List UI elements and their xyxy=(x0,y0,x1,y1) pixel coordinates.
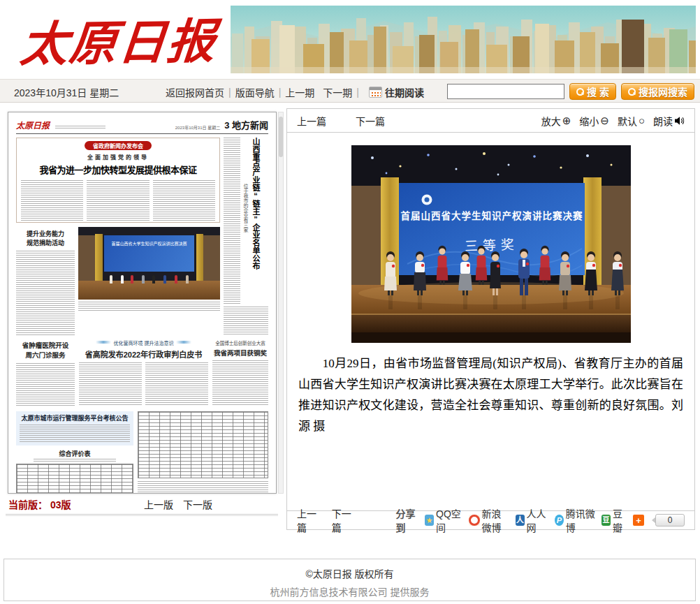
share-count[interactable]: 0 xyxy=(652,514,685,526)
article-caption-text: 10月29日，由省市场监督管理局(知识产权局)、省教育厅主办的首届山西省大学生知… xyxy=(298,353,683,437)
weibo-icon xyxy=(469,515,480,526)
mini-page-title: 3 地方新闻 xyxy=(224,118,268,131)
mini-side-headline: 山西重点产业链“链主”企业名单公布 xyxy=(250,138,261,304)
mini-masthead-date: 2023年10月31日 星期二 xyxy=(175,124,220,131)
zoom-out-control[interactable]: 缩小⊖ xyxy=(579,114,609,128)
top-navbar: 2023年10月31日 星期二 返回报网首页| 版面导航| 上一期 下一期| 往… xyxy=(0,79,700,103)
skyline-image xyxy=(231,6,696,73)
footer: ©太原日报 版权所有 杭州前方信息技术有限公司 提供服务 xyxy=(3,559,696,601)
current-page-label: 当前版： 03版 xyxy=(8,499,71,510)
mini-notice-article: 太原市城市运行管理服务平台考核公告 综合评价表 xyxy=(16,411,133,494)
nav-archive-link[interactable]: 往期阅读 xyxy=(385,85,424,99)
mini-lead-kicker: 全面加强党的领导 xyxy=(21,153,215,161)
service-provider-line: 杭州前方信息技术有限公司 提供服务 xyxy=(4,584,695,598)
mini-table-title: 综合评价表 xyxy=(16,449,133,458)
zoom-reset-control[interactable]: 默认○ xyxy=(618,114,645,128)
magnifier-icon xyxy=(576,88,584,96)
photo-screen-title: 首届山西省大学生知识产权演讲比赛决赛 xyxy=(400,210,583,221)
read-aloud-control[interactable]: 朗读 xyxy=(653,114,685,128)
page-pager: 当前版： 03版 上一版 下一版 xyxy=(8,497,277,511)
newspaper-page-thumbnail[interactable]: 太原日报 2023年10月31日 星期二 3 地方新闻 省政府新闻办发布会 全面… xyxy=(8,112,277,494)
divider xyxy=(6,514,278,516)
masthead-logo[interactable]: 太原日报 xyxy=(8,1,229,75)
article-viewer-panel: 上一篇 下一篇 放大⊕ 缩小⊖ 默认○ 朗读 xyxy=(286,108,695,530)
nav-layout-link[interactable]: 版面导航 xyxy=(235,85,275,99)
share-tweibo[interactable]: P腾讯微博 xyxy=(555,506,597,534)
mini-masthead-logo: 太原日报 xyxy=(16,119,50,131)
mini-article-4: 全国博士后创新创业大赛 我省两项目获铜奖 xyxy=(212,339,268,406)
nav-next-issue-link[interactable]: 下一期 xyxy=(323,85,352,99)
mini-stage-photo: 首届山西省大学生知识产权演讲比赛决赛 xyxy=(78,227,220,300)
page: 太原日报 xyxy=(0,0,700,604)
share-more[interactable]: + xyxy=(633,515,644,526)
speaker-icon xyxy=(674,116,685,126)
share-qzone[interactable]: ★QQ空间 xyxy=(425,506,463,534)
zoom-out-icon: ⊖ xyxy=(600,115,609,126)
thumbnail-scrollbar[interactable] xyxy=(278,112,284,494)
search-area: 搜 索 搜报网搜索 xyxy=(447,83,694,100)
share-toolbar: 上一篇 下一篇 分享到 ★QQ空间 新浪微博 人人人网 P腾讯微博 豆豆瓣 + … xyxy=(287,510,694,529)
mini-photo-caption xyxy=(78,302,220,311)
mini-article-3: 优化营商环境 提升法治意识 省高院发布2022年行政审判白皮书 xyxy=(79,339,208,406)
mini-lead-article: 省政府新闻办发布会 全面加强党的领导 我省为进一步加快转型发展提供根本保证 xyxy=(16,138,220,223)
mini-editors-line xyxy=(55,126,105,130)
viewer-toolbar: 上一篇 下一篇 放大⊕ 缩小⊖ 默认○ 朗读 xyxy=(287,109,694,133)
mini-table-right xyxy=(138,411,268,478)
share-douban[interactable]: 豆豆瓣 xyxy=(601,506,628,534)
photo-award-text: 三等奖 xyxy=(464,237,519,254)
next-page-link[interactable]: 下一版 xyxy=(183,499,212,510)
mini-article-1: 提升业务能力规范捐助活动 xyxy=(16,227,75,335)
mini-lead-body xyxy=(21,180,215,222)
mini-screen-title: 首届山西省大学生知识产权演讲比赛决赛 xyxy=(104,235,195,272)
issue-date: 2023年10月31日 星期二 xyxy=(14,85,119,99)
tencent-weibo-icon: P xyxy=(555,515,564,526)
share-more-icon: + xyxy=(633,515,644,526)
prev-page-link[interactable]: 上一版 xyxy=(144,499,173,510)
qzone-icon: ★ xyxy=(425,515,434,526)
nav-prev-issue-link[interactable]: 上一期 xyxy=(285,85,314,99)
site-search-button[interactable]: 搜报网搜索 xyxy=(621,83,694,100)
share-weibo[interactable]: 新浪微博 xyxy=(469,506,511,534)
search-button[interactable]: 搜 索 xyxy=(569,83,616,100)
zoom-in-icon: ⊕ xyxy=(562,115,571,126)
zoom-in-control[interactable]: 放大⊕ xyxy=(541,114,571,128)
share-count-value: 0 xyxy=(655,514,685,526)
mini-photo-article: 首届山西省大学生知识产权演讲比赛决赛 xyxy=(78,227,220,335)
search-input[interactable] xyxy=(447,84,564,99)
next-article-link[interactable]: 下一篇 xyxy=(356,114,385,128)
share-prev-article-link[interactable]: 上一篇 xyxy=(297,506,321,534)
renren-icon: 人 xyxy=(516,515,525,526)
nav-links: 返回报网首页| 版面导航| 上一期 下一期| 往期阅读 xyxy=(166,85,424,99)
mini-side-column: 位于我市的企业有三家 山西重点产业链“链主”企业名单公布 xyxy=(224,138,268,335)
mini-side-subhead: 位于我市的企业有三家 xyxy=(242,184,249,304)
city-skyline-banner xyxy=(231,6,696,73)
magnifier-icon xyxy=(628,88,636,96)
nav-home-link[interactable]: 返回报网首页 xyxy=(166,85,224,99)
mini-lead-headline: 我省为进一步加快转型发展提供根本保证 xyxy=(21,163,215,176)
share-renren[interactable]: 人人人网 xyxy=(516,506,550,534)
scrollbar-thumb[interactable] xyxy=(279,117,283,157)
reset-icon: ○ xyxy=(639,115,645,126)
copyright-line: ©太原日报 版权所有 xyxy=(4,566,695,580)
douban-icon: 豆 xyxy=(601,515,611,526)
mini-table-footnote xyxy=(138,481,268,494)
masthead-logo-text: 太原日报 xyxy=(17,2,219,75)
share-to-label: 分享到 xyxy=(396,506,420,534)
calendar-icon xyxy=(369,87,382,98)
article-photo: 首届山西省大学生知识产权演讲比赛决赛 三等奖 xyxy=(351,145,631,343)
mini-article-2: 省肿瘤医院开设周六门诊服务 xyxy=(16,339,75,406)
mini-masthead: 太原日报 2023年10月31日 星期二 3 地方新闻 xyxy=(16,119,268,134)
mini-table-left xyxy=(16,464,133,494)
mini-lead-badge: 省政府新闻办发布会 xyxy=(85,141,152,150)
share-next-article-link[interactable]: 下一篇 xyxy=(332,506,356,534)
prev-article-link[interactable]: 上一篇 xyxy=(297,114,326,128)
mini-table-block xyxy=(138,411,268,494)
